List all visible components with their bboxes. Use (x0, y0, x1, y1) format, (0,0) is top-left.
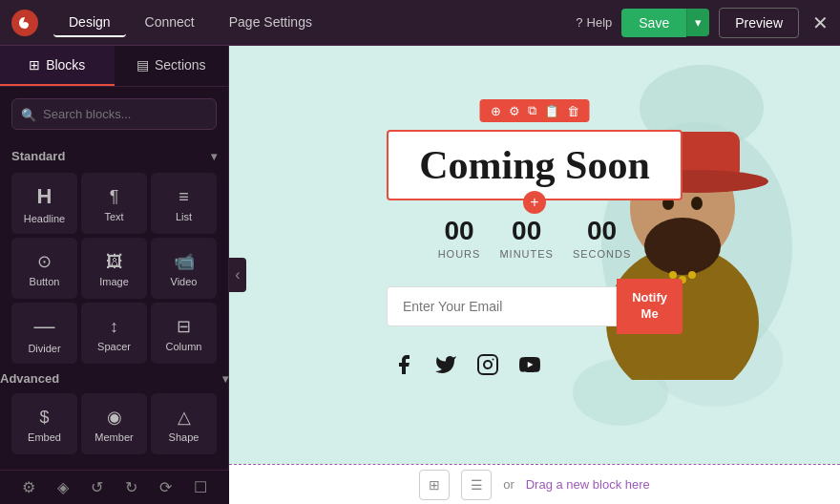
sidebar-tabs: ⊞ Blocks ▤ Sections (0, 46, 228, 87)
or-label: or (503, 477, 514, 492)
image-icon: 🖼 (106, 252, 123, 272)
block-text[interactable]: ¶ Text (81, 173, 147, 234)
countdown: 00 HOURS 00 MINUTES 00 SECONDS (387, 216, 682, 260)
search-icon: 🔍 (21, 107, 36, 121)
help-icon: ? (576, 15, 582, 30)
block-spacer[interactable]: ↕ Spacer (81, 303, 147, 364)
notify-button[interactable]: Notify Me (617, 279, 682, 334)
nav-tabs: Design Connect Page Settings (53, 9, 327, 37)
bottom-icon-list[interactable]: ☰ (461, 470, 492, 500)
help-button[interactable]: ? Help (576, 15, 612, 30)
drag-new-block-label: Drag a new block here (526, 477, 650, 492)
advanced-chevron-icon: ▾ (222, 372, 228, 386)
shape-icon: △ (178, 407, 191, 428)
youtube-icon[interactable] (516, 353, 543, 380)
block-embed[interactable]: $ Embed (11, 393, 77, 454)
bottom-bar: ⊞ ☰ or Drag a new block here (229, 464, 840, 504)
settings-tool[interactable]: ⚙ (22, 478, 35, 496)
svg-point-15 (493, 358, 494, 360)
top-nav: Design Connect Page Settings ? Help Save… (0, 0, 840, 46)
coming-soon-block[interactable]: ⊕ ⚙ ⧉ 📋 🗑 Coming Soon + (387, 130, 682, 200)
blocks-icon: ⊞ (29, 57, 40, 73)
redo-tool[interactable]: ↻ (125, 478, 137, 496)
close-button[interactable]: ✕ (812, 11, 829, 34)
list-icon: ≡ (178, 187, 189, 207)
countdown-seconds: 00 SECONDS (573, 216, 631, 260)
member-icon: ◉ (107, 407, 122, 428)
countdown-hours: 00 HOURS (438, 216, 481, 260)
svg-point-14 (484, 361, 492, 368)
block-shape[interactable]: △ Shape (151, 393, 217, 454)
advanced-blocks-grid: $ Embed ◉ Member △ Shape (0, 389, 228, 462)
add-block-button[interactable]: + (523, 191, 546, 214)
spacer-icon: ↕ (110, 317, 118, 337)
countdown-minutes: 00 MINUTES (499, 216, 554, 260)
block-column[interactable]: ⊟ Column (151, 303, 217, 364)
bottom-icon-grid[interactable]: ⊞ (419, 470, 450, 500)
sections-icon: ▤ (136, 57, 149, 73)
video-icon: 📹 (174, 251, 195, 272)
button-icon: ⊙ (37, 251, 52, 272)
save-dropdown-button[interactable]: ▾ (686, 9, 709, 36)
divider-icon: — (34, 314, 55, 339)
main-layout: ⊞ Blocks ▤ Sections 🔍 Standard ▾ H Headl… (0, 46, 840, 504)
svg-rect-13 (478, 355, 497, 374)
standard-section-label: Standard ▾ (0, 141, 228, 169)
social-icons (387, 353, 682, 380)
settings-icon[interactable]: ⚙ (506, 104, 523, 118)
block-member[interactable]: ◉ Member (81, 393, 147, 454)
nav-right: ? Help Save ▾ Preview ✕ (576, 8, 829, 38)
email-input[interactable] (387, 286, 617, 326)
instagram-icon[interactable] (474, 353, 501, 380)
page-section: ⊕ ⚙ ⧉ 📋 🗑 Coming Soon + 00 HOURS (368, 111, 702, 399)
sidebar-tab-sections[interactable]: ▤ Sections (115, 46, 229, 86)
move-icon[interactable]: ⊕ (488, 104, 504, 118)
search-input[interactable] (11, 98, 217, 130)
block-button[interactable]: ⊙ Button (11, 238, 77, 299)
delete-icon[interactable]: 🗑 (564, 104, 582, 118)
layers-tool[interactable]: ◈ (57, 478, 69, 496)
text-icon: ¶ (110, 187, 119, 207)
nav-tab-design[interactable]: Design (53, 9, 126, 37)
block-list[interactable]: ≡ List (151, 173, 217, 234)
undo-tool[interactable]: ↺ (91, 478, 103, 496)
canvas-area: ‹ (229, 46, 840, 504)
block-video[interactable]: 📹 Video (151, 238, 217, 299)
preview-button[interactable]: Preview (719, 8, 799, 38)
nav-tab-page-settings[interactable]: Page Settings (214, 9, 327, 37)
block-toolbar: ⊕ ⚙ ⧉ 📋 🗑 (480, 99, 590, 122)
save-btn-group: Save ▾ (621, 9, 709, 37)
block-image[interactable]: 🖼 Image (81, 238, 147, 299)
block-headline[interactable]: H Headline (11, 173, 77, 234)
block-divider[interactable]: — Divider (11, 303, 77, 364)
blocks-grid: H Headline ¶ Text ≡ List ⊙ Button 🖼 Imag… (0, 169, 228, 371)
embed-icon: $ (39, 408, 49, 428)
copy-icon[interactable]: 📋 (541, 104, 562, 118)
facebook-icon[interactable] (390, 353, 417, 380)
refresh-tool[interactable]: ⟳ (159, 478, 172, 496)
search-box: 🔍 (11, 98, 217, 130)
advanced-section-label: Advanced ▾ (0, 371, 228, 389)
coming-soon-text: Coming Soon (408, 143, 662, 187)
canvas-content: C ⊕ ⚙ ⧉ (229, 46, 840, 464)
headline-icon: H (37, 184, 52, 209)
chevron-icon: ▾ (211, 150, 217, 163)
column-icon: ⊟ (177, 316, 191, 337)
nav-tab-connect[interactable]: Connect (130, 9, 210, 37)
save-button[interactable]: Save (621, 9, 686, 37)
device-tool[interactable]: ☐ (194, 478, 207, 496)
twitter-icon[interactable] (432, 353, 459, 380)
duplicate-icon[interactable]: ⧉ (525, 103, 539, 118)
bottom-toolbar: ⚙ ◈ ↺ ↻ ⟳ ☐ (0, 470, 229, 504)
sidebar-tab-blocks[interactable]: ⊞ Blocks (0, 46, 115, 86)
email-row: Notify Me (387, 279, 682, 334)
logo (11, 10, 38, 36)
sidebar-collapse-button[interactable]: ‹ (229, 258, 246, 292)
sidebar: ⊞ Blocks ▤ Sections 🔍 Standard ▾ H Headl… (0, 46, 229, 504)
